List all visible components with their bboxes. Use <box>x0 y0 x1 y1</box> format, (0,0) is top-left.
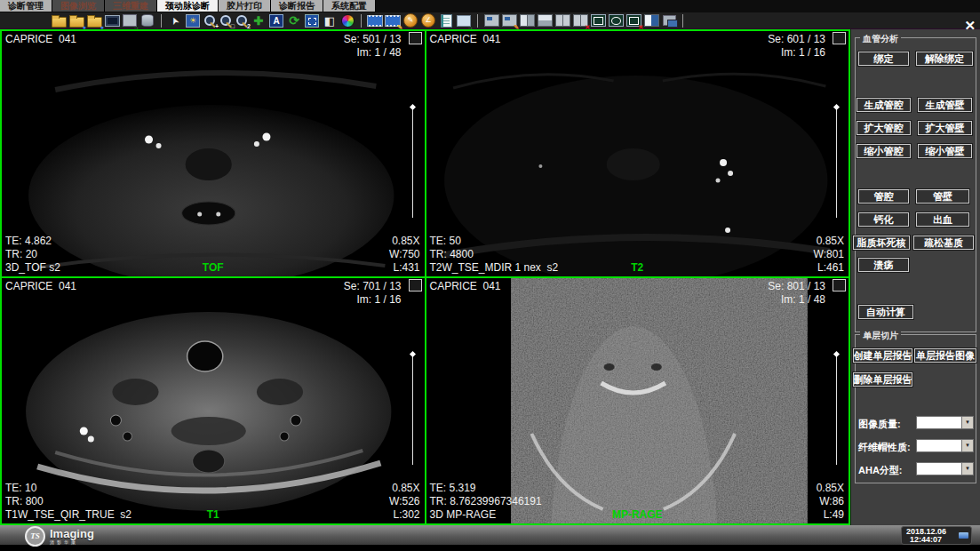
window-level-icon[interactable]: ☀ <box>185 13 201 28</box>
invert-icon[interactable]: ◧ <box>322 13 338 28</box>
roi-ellipse-icon[interactable] <box>608 13 624 28</box>
patient-name: CAPRICE 041 <box>5 33 76 46</box>
layout-clear-icon[interactable]: ✕ <box>572 13 588 28</box>
viewport-scroll-box[interactable] <box>833 279 846 291</box>
unbind-button[interactable]: 解除绑定 <box>916 52 973 66</box>
viewport-scroll-box[interactable] <box>409 32 422 44</box>
menu-tab-3d-reconstruction[interactable]: 三维重建 <box>105 0 157 12</box>
viewport-t1[interactable]: CAPRICE 041 Se: 701 / 13 Im: 1 / 16 TE: … <box>2 278 425 523</box>
hemorrhage-button[interactable]: 出血 <box>916 212 969 227</box>
series-info: Se: 601 / 13 Im: 1 / 16 <box>768 33 825 60</box>
aha-type-select[interactable]: ▼ <box>916 462 974 475</box>
viewport-grid: CAPRICE 041 Se: 501 / 13 Im: 1 / 48 TE: … <box>0 29 850 525</box>
fibrous-cap-label: 纤维帽性质: <box>858 441 911 454</box>
workspace: CAPRICE 041 Se: 501 / 13 Im: 1 / 48 TE: … <box>0 29 980 525</box>
expand-lumen-button[interactable]: 扩大管腔 <box>857 121 911 135</box>
layout-two-vertical-icon[interactable] <box>519 13 535 28</box>
viewport-mprage[interactable]: CAPRICE 041 Se: 801 / 13 Im: 1 / 48 TE: … <box>426 278 849 523</box>
report-doc-icon[interactable] <box>438 13 454 28</box>
roi-delete-icon[interactable]: ✕ <box>625 13 641 28</box>
acquisition-info: TE: 4.862 TR: 20 3D_TOF s2 <box>5 235 60 275</box>
zoom-out-icon[interactable]: 2 <box>235 13 249 28</box>
menu-tab-system-config[interactable]: 系统配置 <box>323 0 376 12</box>
color-wheel-icon[interactable] <box>339 13 355 28</box>
viewport-scroll-box[interactable] <box>833 32 846 44</box>
auto-calc-button[interactable]: 自动计算 <box>858 305 913 319</box>
angle-measure-icon[interactable]: ∠ <box>420 13 436 28</box>
menu-bar: 诊断管理 图像浏览 三维重建 颈动脉诊断 胶片打印 诊断报告 系统配置 <box>0 0 980 12</box>
toolbar-separator <box>682 14 683 28</box>
wall-button[interactable]: 管壁 <box>916 189 969 204</box>
sequence-tag: MP-RAGE <box>612 508 663 522</box>
acquisition-info: TE: 50 TR: 4800 T2W_TSE_MDIR 1 nex s2 <box>430 235 559 275</box>
fit-screen-icon[interactable] <box>304 13 320 28</box>
loose-matrix-button[interactable]: 疏松基质 <box>913 236 974 250</box>
refresh-icon[interactable]: ⟳ <box>286 13 302 28</box>
generate-lumen-button[interactable]: 生成管腔 <box>857 98 911 112</box>
menu-tab-film-print[interactable]: 胶片打印 <box>219 0 271 12</box>
export-image-icon[interactable]: → <box>456 13 472 28</box>
shrink-wall-button[interactable]: 缩小管壁 <box>918 144 972 158</box>
slice-slider[interactable] <box>836 354 837 465</box>
calcification-button[interactable]: 钙化 <box>858 212 909 227</box>
slice-slider[interactable] <box>412 354 413 465</box>
roi-rect-icon[interactable] <box>590 13 606 28</box>
measure-pencil-icon[interactable]: ✎ <box>402 13 418 28</box>
layout-report-icon[interactable]: ✎ <box>501 13 517 28</box>
close-icon[interactable]: ✕ <box>964 18 976 34</box>
viewport-scroll-box[interactable] <box>409 279 422 291</box>
acquisition-info: TE: 10 TR: 800 T1W_TSE_QIR_TRUE s2 <box>5 482 131 522</box>
menu-tab-carotid-diagnosis[interactable]: 颈动脉诊断 <box>157 0 219 12</box>
shrink-lumen-button[interactable]: 缩小管腔 <box>857 144 911 158</box>
menu-tab-diagnosis-report[interactable]: 诊断报告 <box>271 0 323 12</box>
mri-image-tof <box>2 31 425 276</box>
exit-icon[interactable]: → <box>122 13 138 28</box>
cine-edit-icon[interactable]: ✎ <box>385 13 401 28</box>
vessel-analysis-panel: 血管分析 绑定 解除绑定 生成管腔 生成管壁 扩大管腔 扩大管壁 缩小管腔 缩小… <box>850 29 980 525</box>
menu-tab-image-browse[interactable]: 图像浏览 <box>52 0 105 12</box>
chevron-down-icon[interactable]: ▼ <box>961 463 973 475</box>
menu-tab-diagnosis-management[interactable]: 诊断管理 <box>0 0 52 12</box>
slice-slider[interactable] <box>412 107 413 218</box>
image-quality-select[interactable]: ▼ <box>916 416 974 429</box>
layout-grid-icon[interactable] <box>554 13 570 28</box>
toolbar-separator <box>361 14 362 28</box>
monitor-icon[interactable] <box>104 13 120 28</box>
clock-icon <box>959 532 968 539</box>
folder-new-icon[interactable] <box>51 13 67 28</box>
cursor-icon[interactable]: ➤ <box>164 10 185 30</box>
ulcer-button[interactable]: 溃疡 <box>858 258 909 272</box>
lumen-button[interactable]: 管腔 <box>858 189 909 204</box>
status-bar: TS Imaging 清影华康 2018.12.06 12:44:07 <box>0 525 980 551</box>
create-slice-report-button[interactable]: 创建单层报告 <box>853 348 912 363</box>
fibrous-cap-select[interactable]: ▼ <box>916 439 974 452</box>
lipid-core-button[interactable]: 脂质坏死核 <box>853 236 910 250</box>
copy-image-icon[interactable] <box>661 13 677 28</box>
layout-single-icon[interactable] <box>483 13 499 28</box>
chevron-down-icon[interactable]: ▼ <box>961 440 973 451</box>
series-info: Se: 501 / 13 Im: 1 / 48 <box>344 33 402 60</box>
viewport-tof[interactable]: CAPRICE 041 Se: 501 / 13 Im: 1 / 48 TE: … <box>2 31 425 276</box>
expand-wall-button[interactable]: 扩大管壁 <box>918 121 972 135</box>
window-split-icon[interactable] <box>643 13 659 28</box>
zoom-in-icon[interactable]: + <box>203 13 217 28</box>
delete-slice-report-button[interactable]: 删除单层报告 <box>853 372 912 387</box>
folder-open-icon[interactable]: ● <box>68 13 84 28</box>
generate-wall-button[interactable]: 生成管壁 <box>918 98 972 112</box>
app-logo: TS Imaging 清影华康 <box>25 526 94 547</box>
annotation-icon[interactable]: A <box>268 13 284 28</box>
slice-report-image-button[interactable]: 单层报告图像 <box>914 348 976 363</box>
bind-button[interactable]: 绑定 <box>858 52 909 66</box>
viewport-t2[interactable]: CAPRICE 041 Se: 601 / 13 Im: 1 / 16 TE: … <box>426 31 849 276</box>
layout-two-horizontal-icon[interactable] <box>537 13 553 28</box>
pan-icon[interactable]: ✚ <box>251 13 267 28</box>
cine-strip-icon[interactable] <box>367 13 383 28</box>
toolbar-separator <box>161 14 162 28</box>
zoom-region-icon[interactable]: □ <box>219 13 233 28</box>
chevron-down-icon[interactable]: ▼ <box>961 417 973 428</box>
aha-type-label: AHA分型: <box>858 464 903 477</box>
database-icon[interactable] <box>139 13 155 28</box>
group-title: 单层切片 <box>860 330 901 342</box>
slice-slider[interactable] <box>836 107 837 218</box>
folder-import-icon[interactable]: ● <box>86 13 102 28</box>
